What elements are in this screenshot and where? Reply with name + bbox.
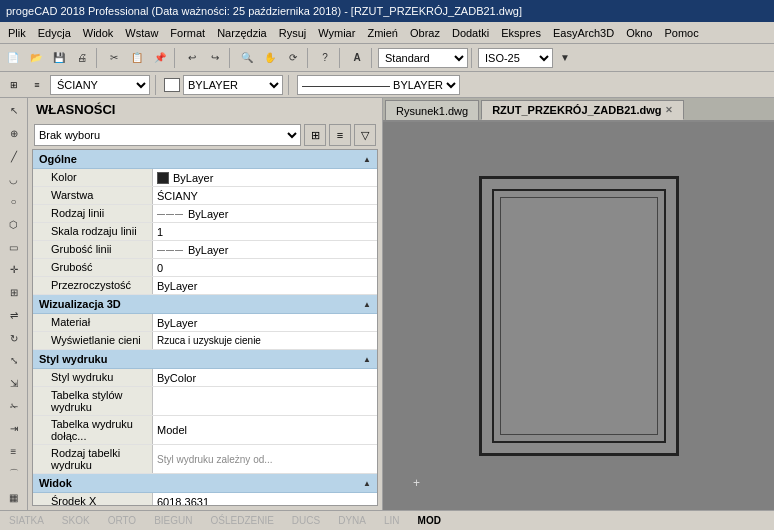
prop-value-skalatypulinii[interactable]: 1 <box>153 223 377 240</box>
paste-btn[interactable]: 📌 <box>149 47 171 69</box>
stretch-btn[interactable]: ⇲ <box>3 373 25 395</box>
menu-item-easyarch3d[interactable]: EasyArch3D <box>547 25 620 41</box>
move-btn[interactable]: ✛ <box>3 259 25 281</box>
rect-btn[interactable]: ▭ <box>3 236 25 258</box>
prop-filter-btn[interactable]: ▽ <box>354 124 376 146</box>
redo-btn[interactable]: ↪ <box>204 47 226 69</box>
zoom-btn[interactable]: 🔍 <box>236 47 258 69</box>
status-skok[interactable]: SKOK <box>57 513 95 528</box>
dim-drop[interactable]: ▼ <box>554 47 576 69</box>
menu-item-plik[interactable]: Plik <box>2 25 32 41</box>
menu-item-pomoc[interactable]: Pomoc <box>658 25 704 41</box>
tab-rzut[interactable]: RZUT_PRZEKRÓJ_ZADB21.dwg ✕ <box>481 100 684 120</box>
circle-btn[interactable]: ○ <box>3 191 25 213</box>
status-osledzenie[interactable]: OŚLEDZENIE <box>206 513 279 528</box>
status-biegun[interactable]: BIEGUN <box>149 513 197 528</box>
arc-btn[interactable]: ◡ <box>3 168 25 190</box>
prop-value-warstwa[interactable]: ŚCIANY <box>153 187 377 204</box>
menu-item-dodatki[interactable]: Dodatki <box>446 25 495 41</box>
status-ducs[interactable]: DUCS <box>287 513 325 528</box>
object-selector[interactable]: Brak wyboru <box>34 124 301 146</box>
open-btn[interactable]: 📂 <box>25 47 47 69</box>
cut-btn[interactable]: ✂ <box>103 47 125 69</box>
section-stylwydruku-arrow: ▲ <box>363 355 371 364</box>
prop-value-rodzajtabelki[interactable]: Styl wydruku zależny od... <box>153 445 377 473</box>
section-wiz3d-header[interactable]: Wizualizacja 3D ▲ <box>33 295 377 314</box>
menu-item-widok[interactable]: Widok <box>77 25 120 41</box>
prop-toggle-btn[interactable]: ⊞ <box>304 124 326 146</box>
mirror-btn[interactable]: ⇌ <box>3 304 25 326</box>
prop-value-przezroczystosc[interactable]: ByLayer <box>153 277 377 294</box>
dim-select[interactable]: ISO-25 <box>478 48 553 68</box>
status-dyna[interactable]: DYNA <box>333 513 371 528</box>
snap-btn[interactable]: ⊕ <box>3 123 25 145</box>
prop-value-stylwydruku[interactable]: ByColor <box>153 369 377 386</box>
prop-quickselect-btn[interactable]: ≡ <box>329 124 351 146</box>
hatch-btn[interactable]: ▦ <box>3 486 25 508</box>
lineweight-text: ByLayer <box>188 244 228 256</box>
menu-item-format[interactable]: Format <box>164 25 211 41</box>
layer-manager-btn[interactable]: ⊞ <box>4 75 24 95</box>
section-stylwydruku-header[interactable]: Styl wydruku ▲ <box>33 350 377 369</box>
trim-btn[interactable]: ✁ <box>3 395 25 417</box>
prop-value-material[interactable]: ByLayer <box>153 314 377 331</box>
save-btn[interactable]: 💾 <box>48 47 70 69</box>
undo-btn[interactable]: ↩ <box>181 47 203 69</box>
linetype-select[interactable]: BYLAYER <box>183 75 283 95</box>
layer-select[interactable]: ŚCIANY <box>50 75 150 95</box>
status-mod[interactable]: MOD <box>413 513 446 528</box>
menu-item-edycja[interactable]: Edycja <box>32 25 77 41</box>
status-siatka[interactable]: SIATKA <box>4 513 49 528</box>
prop-value-cienie[interactable]: Rzuca i uzyskuje cienie <box>153 332 377 349</box>
status-orto[interactable]: ORTO <box>103 513 142 528</box>
offset-btn[interactable]: ≡ <box>3 441 25 463</box>
new-btn[interactable]: 📄 <box>2 47 24 69</box>
line-btn[interactable]: ╱ <box>3 145 25 167</box>
lineweight-dash: ——— <box>157 245 184 254</box>
menu-item-wymiar[interactable]: Wymiar <box>312 25 361 41</box>
linetype-text: ByLayer <box>188 208 228 220</box>
menu-item-obraz[interactable]: Obraz <box>404 25 446 41</box>
help-btn[interactable]: ? <box>314 47 336 69</box>
menu-item-okno[interactable]: Okno <box>620 25 658 41</box>
menu-item-ekspres[interactable]: Ekspres <box>495 25 547 41</box>
menu-item-wstaw[interactable]: Wstaw <box>119 25 164 41</box>
lineweight-select[interactable]: ———————— BYLAYER <box>297 75 460 95</box>
section-ogolne-header[interactable]: Ogólne ▲ <box>33 150 377 169</box>
prop-row-tabelkawydruku: Tabelka wydruku dołąc... Model <box>33 416 377 445</box>
polygon-btn[interactable]: ⬡ <box>3 214 25 236</box>
prop-value-grubosc[interactable]: 0 <box>153 259 377 276</box>
text-btn[interactable]: A <box>346 47 368 69</box>
menu-item-narzędzia[interactable]: Narzędzia <box>211 25 273 41</box>
extend-btn[interactable]: ⇥ <box>3 418 25 440</box>
prop-value-srodekx[interactable]: 6018.3631 <box>153 493 377 506</box>
menu-item-zmień[interactable]: Zmień <box>361 25 404 41</box>
color-swatch[interactable] <box>164 78 180 92</box>
menu-item-rysuj[interactable]: Rysuj <box>273 25 313 41</box>
prop-row-stylwydruku: Styl wydruku ByColor <box>33 369 377 387</box>
fillet-btn[interactable]: ⌒ <box>3 464 25 486</box>
pan-btn[interactable]: ✋ <box>259 47 281 69</box>
orbit-btn[interactable]: ⟳ <box>282 47 304 69</box>
properties-table: Ogólne ▲ Kolor ByLayer Warstwa ŚCIANY Ro… <box>32 149 378 506</box>
tab-rysunek1[interactable]: Rysunek1.dwg <box>385 100 479 120</box>
rotate-btn[interactable]: ↻ <box>3 327 25 349</box>
copy-btn[interactable]: 📋 <box>126 47 148 69</box>
prop-value-rodzajlinii[interactable]: ——— ByLayer <box>153 205 377 222</box>
print-btn[interactable]: 🖨 <box>71 47 93 69</box>
copy2-btn[interactable]: ⊞ <box>3 282 25 304</box>
section-widok-header[interactable]: Widok ▲ <box>33 474 377 493</box>
scale-btn[interactable]: ⤡ <box>3 350 25 372</box>
canvas-area[interactable]: + <box>383 122 774 510</box>
prop-value-tabelkawydruku[interactable]: Model <box>153 416 377 444</box>
prop-value-grubosclinii[interactable]: ——— ByLayer <box>153 241 377 258</box>
prop-value-tabelkastylow[interactable] <box>153 387 377 415</box>
layer-prop-btn[interactable]: ≡ <box>27 75 47 95</box>
select-btn[interactable]: ↖ <box>3 100 25 122</box>
style-select[interactable]: Standard <box>378 48 468 68</box>
inner-rect <box>492 189 666 443</box>
status-lin[interactable]: LIN <box>379 513 405 528</box>
prop-row-rodzajlinii: Rodzaj linii ——— ByLayer <box>33 205 377 223</box>
tab-rzut-close-icon[interactable]: ✕ <box>665 105 673 115</box>
prop-value-kolor[interactable]: ByLayer <box>153 169 377 186</box>
